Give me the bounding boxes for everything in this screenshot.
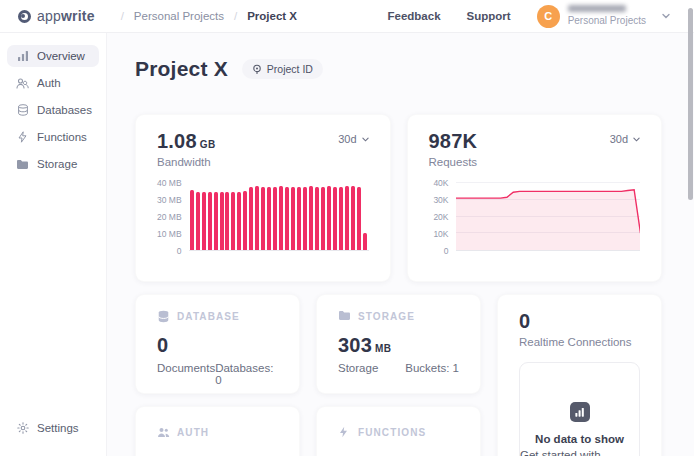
folder-icon xyxy=(16,158,29,171)
chart-bar xyxy=(220,192,224,250)
sidebar-item-storage[interactable]: Storage xyxy=(7,153,99,175)
chart-bar xyxy=(315,187,319,250)
folder-icon xyxy=(338,310,351,323)
realtime-connections-label: Realtime Connections xyxy=(519,336,640,348)
dashboard-grid: 1.08GB Bandwidth 30d 40 MB30 MB20 MB10 M… xyxy=(135,114,662,456)
storage-value: 303MB xyxy=(338,334,459,357)
sidebar-item-label: Overview xyxy=(37,50,85,62)
buckets-count: Buckets: 1 xyxy=(405,362,459,374)
appwrite-logo-icon xyxy=(18,10,31,23)
top-bar: appwrite / Personal Projects / Project X… xyxy=(0,0,694,33)
chart-bar xyxy=(291,187,295,250)
axis-tick-label: 30 MB xyxy=(157,195,182,205)
sidebar-item-overview[interactable]: Overview xyxy=(7,45,99,67)
requests-metric: 987K Requests xyxy=(429,130,478,168)
topbar-right: Feedback Support C Personal Projects xyxy=(387,5,674,28)
documents-count: 0 xyxy=(157,334,278,357)
realtime-card: 0 Realtime Connections No data to show G… xyxy=(497,294,662,456)
lightning-icon xyxy=(338,426,351,439)
bandwidth-card: 1.08GB Bandwidth 30d 40 MB30 MB20 MB10 M… xyxy=(135,114,391,282)
no-data-text: No data to show xyxy=(535,433,624,445)
title-row: Project X Project ID xyxy=(135,57,661,81)
requests-range-dropdown[interactable]: 30d xyxy=(610,133,640,145)
support-link[interactable]: Support xyxy=(467,10,511,22)
axis-tick-label: 10 MB xyxy=(157,229,182,239)
bar-chart-icon xyxy=(16,50,29,63)
sidebar-item-databases[interactable]: Databases xyxy=(7,99,99,121)
documents-label: Documents xyxy=(157,362,215,386)
storage-card[interactable]: STORAGE 303MB Storage Buckets: 1 xyxy=(316,294,481,394)
chart-bar xyxy=(243,191,247,250)
sidebar-item-settings[interactable]: Settings xyxy=(7,417,99,439)
breadcrumb-separator: / xyxy=(234,10,237,22)
chart-bar xyxy=(279,186,283,250)
chart-bar xyxy=(297,187,301,250)
axis-tick-label: 0 xyxy=(177,246,182,256)
chevron-down-icon xyxy=(633,136,640,143)
database-category-label: DATABASE xyxy=(177,311,240,322)
chart-bar xyxy=(225,192,229,250)
database-card[interactable]: DATABASE 0 Documents Databases: 0 xyxy=(135,294,300,394)
breadcrumb-personal-projects[interactable]: Personal Projects xyxy=(134,10,224,22)
breadcrumb-separator: / xyxy=(121,10,124,22)
requests-value: 987K xyxy=(429,130,478,153)
axis-tick-label: 20 MB xyxy=(157,212,182,222)
chart-bar xyxy=(208,192,212,250)
chart-bar xyxy=(231,192,235,250)
bandwidth-chart: 40 MB30 MB20 MB10 MB0 xyxy=(157,183,369,251)
sidebar: Overview Auth Databases Functions Storag… xyxy=(0,33,107,456)
get-started-realtime-link[interactable]: Get started with Realtime xyxy=(520,449,639,456)
sidebar-item-label: Settings xyxy=(37,422,79,434)
bandwidth-metric: 1.08GB Bandwidth xyxy=(157,130,216,168)
auth-category-label: AUTH xyxy=(177,427,209,438)
users-icon xyxy=(157,426,170,439)
sidebar-item-auth[interactable]: Auth xyxy=(7,72,99,94)
storage-label: Storage xyxy=(338,362,378,374)
bandwidth-range-dropdown[interactable]: 30d xyxy=(338,133,368,145)
account-texts: Personal Projects xyxy=(568,5,646,27)
bandwidth-value: 1.08GB xyxy=(157,130,216,153)
page-title: Project X xyxy=(135,57,228,81)
requests-chart: 40K30K20K10K0 xyxy=(429,183,641,251)
chart-bar xyxy=(237,192,241,250)
bandwidth-plot xyxy=(189,183,369,251)
auth-card[interactable]: AUTH xyxy=(135,406,300,456)
chart-bar xyxy=(249,187,253,250)
chart-bar xyxy=(357,187,361,250)
appwrite-logo[interactable]: appwrite xyxy=(18,8,95,24)
account-name-redacted xyxy=(568,5,626,12)
storage-unit: MB xyxy=(375,343,392,354)
chart-bar xyxy=(339,187,343,250)
chart-bar xyxy=(321,187,325,250)
functions-category-label: FUNCTIONS xyxy=(358,427,426,438)
sidebar-item-label: Storage xyxy=(37,158,77,170)
functions-card[interactable]: FUNCTIONS xyxy=(316,406,481,456)
project-id-badge[interactable]: Project ID xyxy=(242,59,323,79)
avatar: C xyxy=(537,5,560,28)
breadcrumb: / Personal Projects / Project X xyxy=(121,10,297,22)
range-value: 30d xyxy=(610,133,628,145)
feedback-link[interactable]: Feedback xyxy=(387,10,440,22)
account-organization: Personal Projects xyxy=(568,15,646,27)
axis-tick-label: 10K xyxy=(433,229,448,239)
vertical-scrollbar[interactable] xyxy=(688,8,693,200)
account-menu[interactable]: C Personal Projects xyxy=(537,5,670,28)
sidebar-item-label: Functions xyxy=(37,131,87,143)
databases-count: Databases: 0 xyxy=(215,362,278,386)
chart-bar xyxy=(363,233,367,250)
sidebar-item-functions[interactable]: Functions xyxy=(7,126,99,148)
bar-chart-icon xyxy=(570,402,590,422)
range-value: 30d xyxy=(338,133,356,145)
chart-bar xyxy=(255,186,259,250)
requests-y-axis: 40K30K20K10K0 xyxy=(429,178,456,256)
bandwidth-unit: GB xyxy=(200,139,216,150)
bandwidth-label: Bandwidth xyxy=(157,156,216,168)
chart-bar xyxy=(273,187,277,250)
chevron-down-icon xyxy=(662,12,670,20)
breadcrumb-project-x[interactable]: Project X xyxy=(247,10,297,22)
requests-plot xyxy=(456,183,641,251)
gear-icon xyxy=(16,422,29,435)
lightning-icon xyxy=(16,131,29,144)
bandwidth-y-axis: 40 MB30 MB20 MB10 MB0 xyxy=(157,178,189,256)
requests-card: 987K Requests 30d 40K30K20K10K0 xyxy=(407,114,663,282)
